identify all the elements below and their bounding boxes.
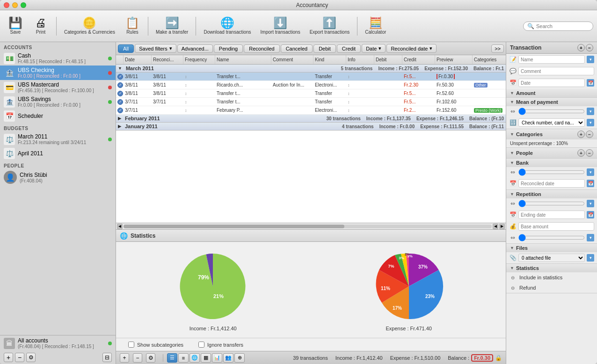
saved-filters-button[interactable]: Saved filters ▾ bbox=[135, 44, 176, 53]
search-box[interactable]: 🔍 bbox=[523, 22, 593, 31]
filter-all-button[interactable]: All bbox=[118, 44, 134, 53]
col-kind[interactable]: Kind bbox=[313, 55, 346, 64]
transaction-settings-button[interactable]: ⚙ bbox=[146, 353, 155, 363]
tx-info[interactable]: ↕ bbox=[346, 74, 374, 79]
tx-reconcile[interactable]: ✓ bbox=[116, 91, 124, 96]
sidebar-item-ubs-mastercard[interactable]: 💳 UBS Mastercard (Fr.456.19) [ Reconcile… bbox=[0, 80, 116, 95]
amount-collapse-arrow[interactable]: ▼ bbox=[510, 91, 514, 95]
sidebar-item-april-budget[interactable]: ⚖️ April 2011 bbox=[0, 146, 116, 160]
download-button[interactable]: 🌐 Download transactions bbox=[200, 15, 255, 36]
sidebar-item-ubs-checking[interactable]: 🏦 UBS Checking Fr.0.00 [ Reconciled : Fr… bbox=[0, 66, 116, 80]
view-list-button[interactable]: ☰ bbox=[167, 353, 177, 363]
base-amount-input[interactable] bbox=[518, 222, 594, 231]
scroll-left-btn[interactable]: ◀ bbox=[117, 224, 123, 229]
scroll-thumb[interactable] bbox=[124, 225, 344, 228]
col-name[interactable]: Name bbox=[215, 55, 271, 64]
reconcile-btn-1[interactable]: ✓ bbox=[117, 74, 123, 80]
col-reconciled[interactable]: Reconci... bbox=[152, 55, 183, 64]
categories-header[interactable]: ▼ Categories + − bbox=[506, 129, 597, 139]
tx-reconcile[interactable]: ✓ bbox=[116, 74, 124, 80]
cat-collapse-arrow[interactable]: ▼ bbox=[510, 132, 514, 137]
sidebar-item-all-accounts[interactable]: 🏛 All accounts (Fr.408.04) [ Reconciled … bbox=[0, 335, 116, 351]
rep-slider[interactable] bbox=[518, 200, 585, 207]
mop-slider[interactable] bbox=[518, 108, 585, 115]
ending-calendar-btn[interactable]: 📅 bbox=[587, 211, 594, 218]
calculator-button[interactable]: 🧮 Calculator bbox=[361, 15, 390, 36]
sidebar-item-cash[interactable]: 💵 Cash Fr.48.15 [ Reconciled : Fr.48.15 … bbox=[0, 51, 116, 66]
reconcile-btn-2[interactable]: ✓ bbox=[117, 82, 123, 88]
bank-slider[interactable] bbox=[518, 168, 585, 176]
stats-collapse-arrow[interactable]: ▼ bbox=[510, 266, 514, 270]
scroll-left-arrow[interactable]: ◀ bbox=[117, 224, 123, 229]
export-button[interactable]: ⬆️ Export transactions bbox=[306, 15, 354, 36]
files-collapse-arrow[interactable]: ▼ bbox=[510, 246, 514, 250]
settings-button[interactable]: ⚙ bbox=[26, 353, 36, 362]
table-row[interactable]: ✓ 3/8/11 3/8/11 ↕ Transfer t... Transfer… bbox=[116, 73, 506, 81]
search-input[interactable] bbox=[536, 23, 588, 29]
mop-collapse-arrow[interactable]: ▼ bbox=[510, 100, 514, 104]
reconciled-date-filter-button[interactable]: Reconciled date ▾ bbox=[386, 44, 437, 53]
show-subcategories-checkbox[interactable] bbox=[128, 342, 134, 348]
filter-debit-button[interactable]: Debit bbox=[313, 44, 336, 53]
group-february-2011[interactable]: ▶ February 2011 30 transactions Income :… bbox=[116, 115, 506, 123]
ignore-transfers-checkbox[interactable] bbox=[198, 342, 204, 348]
col-credit[interactable]: Credit bbox=[402, 55, 435, 64]
tx-reconcile[interactable]: ✓ bbox=[116, 82, 124, 88]
col-frequency[interactable]: Frequency bbox=[183, 55, 215, 64]
tx-info[interactable]: ↕ bbox=[346, 99, 374, 104]
group-feb-triangle[interactable]: ▶ bbox=[118, 116, 121, 121]
view-bar-button[interactable]: ▦ bbox=[201, 353, 211, 363]
sidebar-item-chris[interactable]: 👤 Chris Stübi (Fr.408.04) bbox=[0, 169, 116, 185]
group-march-2011[interactable]: ▼ March 2011 5 transactions Income : Fr.… bbox=[116, 65, 506, 73]
reconcile-btn-3[interactable]: ✓ bbox=[117, 91, 123, 96]
maximize-button[interactable] bbox=[21, 2, 26, 8]
remove-account-button[interactable]: − bbox=[15, 353, 24, 362]
make-transfer-button[interactable]: ➡️ Make a transfer bbox=[152, 15, 192, 36]
reconciled-date-input[interactable] bbox=[518, 179, 585, 188]
group-january-2011[interactable]: ▶ January 2011 4 transactions Income : F… bbox=[116, 123, 506, 131]
amount-section-header[interactable]: ▼ Amount bbox=[506, 89, 597, 97]
col-date[interactable]: Date bbox=[124, 55, 152, 64]
col-check[interactable] bbox=[116, 55, 124, 64]
reconciled-calendar-btn[interactable]: 📅 bbox=[587, 180, 594, 187]
print-button[interactable]: 🖨 Print bbox=[29, 15, 52, 36]
add-transaction-button[interactable]: + bbox=[120, 353, 129, 363]
transaction-remove-button[interactable]: − bbox=[586, 44, 593, 51]
col-info[interactable]: Info bbox=[346, 55, 374, 64]
files-select[interactable]: 0 attached file bbox=[518, 254, 585, 262]
tx-reconcile[interactable]: ✓ bbox=[116, 108, 124, 113]
mean-of-payment-header[interactable]: ▼ Mean of payment bbox=[506, 98, 597, 106]
view-detail-button[interactable]: ⊟ bbox=[102, 353, 112, 362]
view-people-button[interactable]: 👥 bbox=[223, 353, 233, 363]
filter-credit-button[interactable]: Credit bbox=[337, 44, 361, 53]
check-number-select[interactable]: Check number, card na... bbox=[518, 118, 585, 127]
tx-freq[interactable]: ↕ bbox=[183, 74, 215, 79]
mop-dropdown-icon[interactable]: ▾ bbox=[587, 108, 594, 115]
transaction-add-button[interactable]: + bbox=[577, 44, 585, 51]
sidebar-item-scheduler[interactable]: 📅 Scheduler bbox=[0, 109, 116, 123]
table-row[interactable]: ✓ 3/7/11 ↕ February P... Electroni... ↕ … bbox=[116, 106, 506, 115]
bank-dropdown-icon[interactable]: ▾ bbox=[587, 168, 594, 176]
tx-info[interactable]: ↕ bbox=[346, 108, 374, 113]
close-button[interactable] bbox=[4, 2, 9, 8]
repetition-header[interactable]: ▼ Repetition bbox=[506, 190, 597, 198]
add-person-button[interactable]: + bbox=[577, 149, 585, 157]
group-jan-triangle[interactable]: ▶ bbox=[118, 124, 121, 129]
sidebar-item-march-budget[interactable]: ⚖️ March 2011 Fr.213.24 remaining until … bbox=[0, 132, 116, 146]
scroll-track[interactable] bbox=[124, 225, 492, 228]
reconcile-btn-4[interactable]: ✓ bbox=[117, 99, 123, 105]
remove-transaction-button[interactable]: − bbox=[133, 353, 142, 363]
col-categories[interactable]: Categories bbox=[473, 55, 506, 64]
base-amount-dropdown[interactable]: ▾ bbox=[587, 234, 594, 241]
ending-date-input[interactable] bbox=[518, 211, 585, 219]
rp-statistics-header[interactable]: ▼ Statistics bbox=[506, 264, 597, 272]
people-header[interactable]: ▼ People + − bbox=[506, 148, 597, 158]
check-dropdown-icon[interactable]: ▾ bbox=[587, 119, 594, 126]
tx-freq[interactable]: ↕ bbox=[183, 91, 215, 96]
view-chart-button[interactable]: 📊 bbox=[212, 353, 222, 363]
view-more-button[interactable]: ⊕ bbox=[234, 353, 245, 363]
view-compact-button[interactable]: ≡ bbox=[178, 353, 189, 363]
more-filters-button[interactable]: >> bbox=[491, 44, 504, 53]
filter-reconciled-button[interactable]: Reconciled bbox=[244, 44, 279, 53]
add-account-button[interactable]: + bbox=[4, 353, 13, 362]
